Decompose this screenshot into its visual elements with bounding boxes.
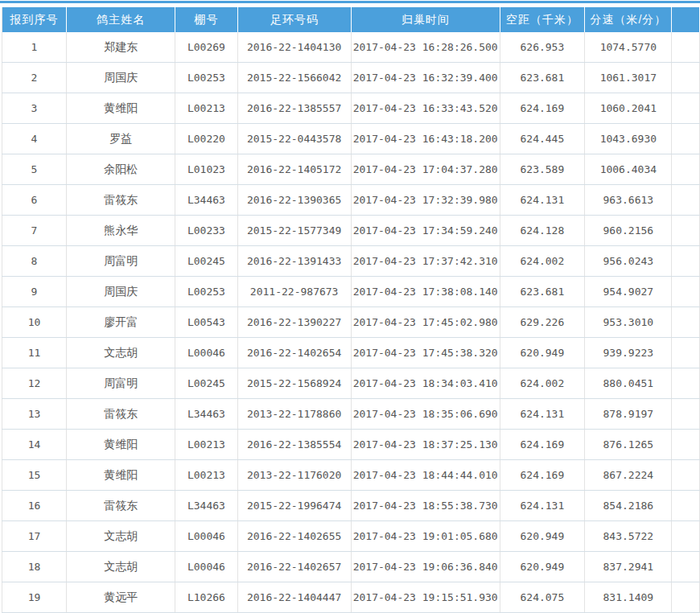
cell-seq: 3 [2,93,67,124]
table-row: 15黄维阳L002132013-22-11760202017-04-23 18:… [2,460,700,491]
cell-speed: 843.5722 [585,521,672,552]
cell-loft: L00253 [175,277,237,307]
cell-speed: 1061.3017 [585,63,672,93]
cell-loft: L34463 [175,185,237,216]
cell-time: 2017-04-23 17:45:02.980 [351,307,500,338]
cell-time: 2017-04-23 16:32:39.400 [351,63,500,93]
cell-clipped [672,32,700,63]
cell-loft: L00046 [175,552,237,582]
table-row: 16雷筱东L344632015-22-19964742017-04-23 18:… [2,491,700,521]
cell-time: 2017-04-23 19:15:51.930 [351,582,500,613]
cell-owner: 黄维阳 [67,93,175,124]
cell-owner: 郑建东 [67,32,175,63]
cell-owner: 文志胡 [67,521,175,552]
table-row: 2周国庆L002532015-22-15660422017-04-23 16:3… [2,63,700,93]
cell-seq: 15 [2,460,67,491]
cell-distance: 620.949 [500,521,585,552]
cell-distance: 624.445 [500,124,585,154]
cell-ring: 2015-22-1577349 [237,216,351,246]
cell-speed: 956.0243 [585,246,672,277]
cell-ring: 2016-22-1385554 [237,430,351,460]
column-header-owner: 鸽主姓名 [67,7,175,32]
cell-distance: 624.075 [500,582,585,613]
cell-distance: 623.681 [500,63,585,93]
cell-seq: 11 [2,338,67,368]
cell-clipped [672,246,700,277]
cell-ring: 2013-22-1176020 [237,460,351,491]
cell-seq: 14 [2,430,67,460]
cell-distance: 629.226 [500,307,585,338]
cell-ring: 2016-22-1405172 [237,154,351,185]
cell-loft: L00269 [175,32,237,63]
cell-owner: 雷筱东 [67,399,175,430]
cell-clipped [672,277,700,307]
cell-owner: 周富明 [67,246,175,277]
cell-time: 2017-04-23 17:38:08.140 [351,277,500,307]
cell-speed: 867.2224 [585,460,672,491]
cell-time: 2017-04-23 17:45:38.320 [351,338,500,368]
cell-time: 2017-04-23 18:37:25.130 [351,430,500,460]
cell-clipped [672,154,700,185]
cell-clipped [672,521,700,552]
cell-seq: 8 [2,246,67,277]
cell-loft: L10266 [175,582,237,613]
cell-distance: 620.949 [500,338,585,368]
cell-time: 2017-04-23 16:28:26.500 [351,32,500,63]
cell-loft: L00046 [175,521,237,552]
cell-owner: 周富明 [67,368,175,399]
cell-time: 2017-04-23 18:55:38.730 [351,491,500,521]
cell-seq: 16 [2,491,67,521]
cell-owner: 雷筱东 [67,491,175,521]
cell-speed: 1074.5770 [585,32,672,63]
cell-distance: 623.681 [500,277,585,307]
table-body: 1郑建东L002692016-22-14041302017-04-23 16:2… [2,32,700,613]
table-row: 7熊永华L002332015-22-15773492017-04-23 17:3… [2,216,700,246]
cell-clipped [672,368,700,399]
cell-speed: 831.1409 [585,582,672,613]
cell-seq: 19 [2,582,67,613]
cell-owner: 黄维阳 [67,460,175,491]
cell-owner: 周国庆 [67,63,175,93]
cell-speed: 960.2156 [585,216,672,246]
cell-clipped [672,216,700,246]
cell-distance: 624.128 [500,216,585,246]
cell-ring: 2016-22-1404447 [237,582,351,613]
cell-owner: 廖开富 [67,307,175,338]
cell-ring: 2016-22-1390227 [237,307,351,338]
cell-speed: 880.0451 [585,368,672,399]
cell-seq: 17 [2,521,67,552]
cell-time: 2017-04-23 17:04:37.280 [351,154,500,185]
cell-seq: 4 [2,124,67,154]
cell-distance: 624.169 [500,93,585,124]
table-header: 报到序号鸽主姓名棚号足环号码归巢时间空距（千米）分速（米/分） [2,7,700,32]
cell-speed: 1043.6930 [585,124,672,154]
table-row: 1郑建东L002692016-22-14041302017-04-23 16:2… [2,32,700,63]
cell-owner: 熊永华 [67,216,175,246]
cell-loft: L00213 [175,430,237,460]
cell-seq: 13 [2,399,67,430]
table-row: 14黄维阳L002132016-22-13855542017-04-23 18:… [2,430,700,460]
cell-speed: 954.9027 [585,277,672,307]
table-row: 12周富明L002452015-22-15689242017-04-23 18:… [2,368,700,399]
cell-clipped [672,93,700,124]
cell-seq: 6 [2,185,67,216]
cell-ring: 2016-22-1402657 [237,552,351,582]
cell-ring: 2016-22-1385557 [237,93,351,124]
table-row: 10廖开富L005432016-22-13902272017-04-23 17:… [2,307,700,338]
cell-speed: 837.2941 [585,552,672,582]
cell-clipped [672,63,700,93]
cell-loft: L00213 [175,460,237,491]
cell-clipped [672,338,700,368]
cell-speed: 878.9197 [585,399,672,430]
cell-ring: 2016-22-1402654 [237,338,351,368]
cell-speed: 953.3010 [585,307,672,338]
table-row: 4罗益L002202015-22-04435782017-04-23 16:43… [2,124,700,154]
cell-loft: L00220 [175,124,237,154]
cell-time: 2017-04-23 18:34:03.410 [351,368,500,399]
table-row: 13雷筱东L344632013-22-11788602017-04-23 18:… [2,399,700,430]
cell-loft: L00543 [175,307,237,338]
cell-ring: 2013-22-1178860 [237,399,351,430]
cell-ring: 2016-22-1391433 [237,246,351,277]
cell-owner: 周国庆 [67,277,175,307]
column-header-time: 归巢时间 [351,7,500,32]
